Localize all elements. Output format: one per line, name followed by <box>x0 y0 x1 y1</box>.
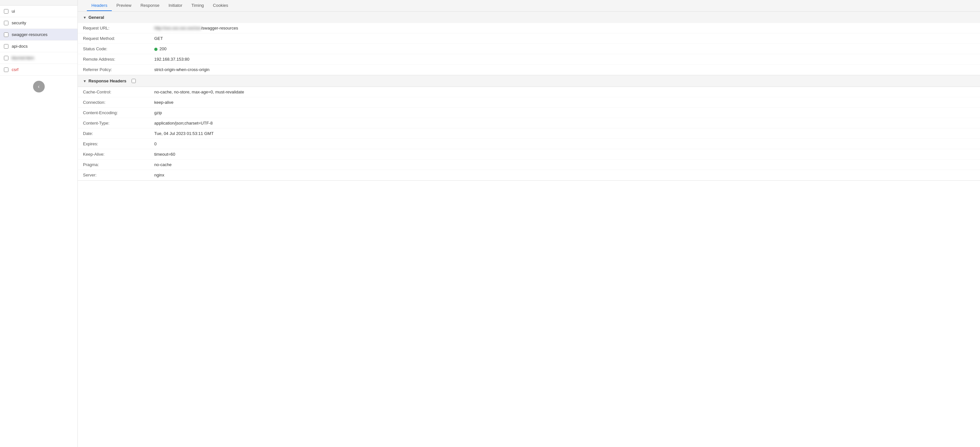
prop-name: Content-Type: <box>83 121 154 126</box>
blurred-url-prefix: http://xxx.xxx.xxx.xxx/xxx <box>154 26 201 30</box>
nav-label-swagger-resources: swagger-resources <box>12 32 48 37</box>
prop-value: no-cache, no-store, max-age=0, must-reva… <box>154 89 975 94</box>
general-row: Referrer Policy:strict-origin-when-cross… <box>78 65 980 75</box>
left-panel: uisecurityswagger-resourcesapi-docsblurr… <box>0 0 78 447</box>
collapse-panel-button[interactable]: ‹ <box>33 81 45 93</box>
tab-cookies[interactable]: Cookies <box>208 0 233 11</box>
raw-checkbox-label[interactable] <box>132 79 138 83</box>
response-header-row: Keep-Alive:timeout=60 <box>78 149 980 160</box>
prop-name: Expires: <box>83 141 154 146</box>
prop-value: GET <box>154 36 975 41</box>
response-headers-title: Response Headers <box>89 78 126 83</box>
nav-label-api-docs: api-docs <box>12 44 27 49</box>
response-header-row: Cache-Control:no-cache, no-store, max-ag… <box>78 87 980 97</box>
general-toggle-icon: ▼ <box>83 16 86 19</box>
prop-name: Request Method: <box>83 36 154 41</box>
response-headers-toggle[interactable]: ▼ Response Headers <box>83 78 126 83</box>
status-dot-icon <box>154 48 158 51</box>
prop-value: 200 <box>154 46 975 51</box>
prop-value: application/json;charset=UTF-8 <box>154 121 975 126</box>
prop-value: timeout=60 <box>154 152 975 156</box>
tab-initiator[interactable]: Initiator <box>164 0 187 11</box>
nav-checkbox-blurred-item[interactable] <box>4 56 8 60</box>
prop-name: Content-Encoding: <box>83 110 154 115</box>
close-tab-button[interactable] <box>80 5 86 7</box>
prop-value: 192.168.37.153:80 <box>154 57 975 62</box>
content-area: ▼ General Request URL:http://xxx.xxx.xxx… <box>78 12 980 447</box>
prop-name: Pragma: <box>83 162 154 167</box>
prop-name: Keep-Alive: <box>83 152 154 156</box>
nav-label-csrf: csrf <box>12 67 19 72</box>
name-column-header <box>0 0 78 5</box>
nav-checkbox-ui[interactable] <box>4 9 8 14</box>
prop-name: Connection: <box>83 100 154 105</box>
tab-response[interactable]: Response <box>136 0 164 11</box>
general-section-title: General <box>89 15 104 20</box>
prop-name: Remote Address: <box>83 57 154 62</box>
prop-value: Tue, 04 Jul 2023 01:53:11 GMT <box>154 131 975 136</box>
prop-name: Status Code: <box>83 46 154 51</box>
prop-name: Server: <box>83 172 154 177</box>
prop-value: no-cache <box>154 162 975 167</box>
general-section-body: Request URL:http://xxx.xxx.xxx.xxx/xxx/s… <box>78 23 980 75</box>
tabs-bar: HeadersPreviewResponseInitiatorTimingCoo… <box>78 0 980 12</box>
response-header-row: Server:nginx <box>78 170 980 180</box>
nav-checkbox-security[interactable] <box>4 21 8 25</box>
nav-item-api-docs[interactable]: api-docs <box>0 40 78 52</box>
prop-name: Referrer Policy: <box>83 67 154 72</box>
nav-label-blurred-item: blurred-item <box>12 56 34 60</box>
nav-checkbox-swagger-resources[interactable] <box>4 32 8 37</box>
prop-value: http://xxx.xxx.xxx.xxx/xxx/swagger-resou… <box>154 26 975 30</box>
nav-label-ui: ui <box>12 9 15 14</box>
response-headers-section: ▼ Response Headers Cache-Control:no-cach… <box>78 75 980 181</box>
nav-label-security: security <box>12 21 26 25</box>
response-header-row: Expires:0 <box>78 139 980 149</box>
prop-value: strict-origin-when-cross-origin <box>154 67 975 72</box>
tab-timing[interactable]: Timing <box>187 0 209 11</box>
right-panel: HeadersPreviewResponseInitiatorTimingCoo… <box>78 0 980 447</box>
prop-name: Cache-Control: <box>83 89 154 94</box>
prop-value: nginx <box>154 172 975 177</box>
response-header-row: Content-Type:application/json;charset=UT… <box>78 118 980 128</box>
response-header-row: Connection:keep-alive <box>78 97 980 108</box>
nav-item-security[interactable]: security <box>0 17 78 29</box>
nav-item-csrf[interactable]: csrf <box>0 64 78 76</box>
prop-value: 0 <box>154 141 975 146</box>
general-row: Remote Address:192.168.37.153:80 <box>78 54 980 65</box>
response-header-row: Content-Encoding:gzip <box>78 108 980 118</box>
nav-checkbox-csrf[interactable] <box>4 67 8 72</box>
general-row: Status Code:200 <box>78 44 980 54</box>
response-headers-section-header: ▼ Response Headers <box>78 75 980 87</box>
raw-checkbox-input[interactable] <box>132 79 136 83</box>
nav-item-swagger-resources[interactable]: swagger-resources <box>0 29 78 40</box>
nav-item-blurred-item[interactable]: blurred-item <box>0 52 78 64</box>
response-headers-body: Cache-Control:no-cache, no-store, max-ag… <box>78 87 980 180</box>
prop-name: Request URL: <box>83 26 154 30</box>
response-header-row: Date:Tue, 04 Jul 2023 01:53:11 GMT <box>78 128 980 139</box>
nav-checkbox-api-docs[interactable] <box>4 44 8 49</box>
prop-name: Date: <box>83 131 154 136</box>
nav-item-ui[interactable]: ui <box>0 5 78 17</box>
general-section-header[interactable]: ▼ General <box>78 12 980 23</box>
tab-preview[interactable]: Preview <box>112 0 136 11</box>
general-row: Request Method:GET <box>78 34 980 44</box>
response-headers-toggle-icon: ▼ <box>83 79 86 83</box>
prop-value: keep-alive <box>154 100 975 105</box>
general-section: ▼ General Request URL:http://xxx.xxx.xxx… <box>78 12 980 75</box>
response-header-row: Pragma:no-cache <box>78 160 980 170</box>
prop-value: gzip <box>154 110 975 115</box>
tab-headers[interactable]: Headers <box>87 0 112 11</box>
general-row: Request URL:http://xxx.xxx.xxx.xxx/xxx/s… <box>78 23 980 34</box>
